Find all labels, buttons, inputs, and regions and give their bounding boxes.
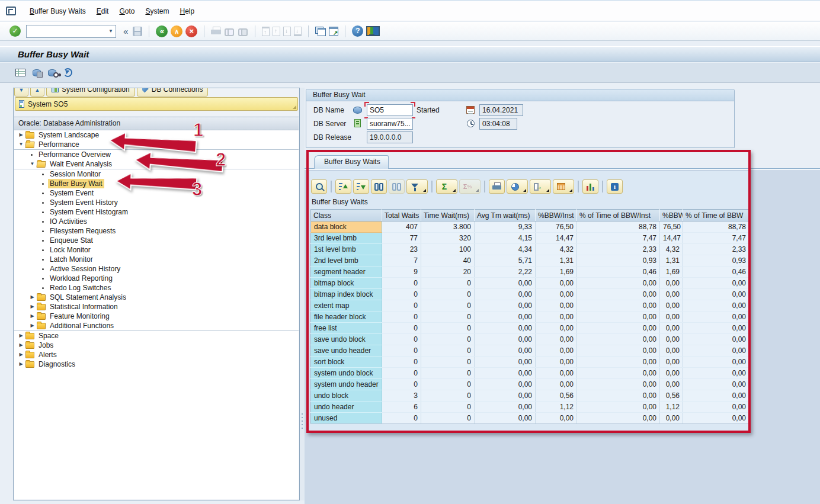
tree-item-enqueue-stat[interactable]: Enqueue Stat [14,236,299,245]
tree-item-alerts[interactable]: Alerts [14,350,299,359]
create-shortcut-button[interactable] [329,27,338,36]
class-cell[interactable]: system undo header [311,379,382,390]
expand-arrow-icon[interactable] [29,321,36,330]
dropdown-arrow-icon[interactable] [546,189,549,192]
expand-arrow-icon[interactable] [18,130,24,140]
value-cell[interactable]: 320 [421,233,475,244]
value-cell[interactable]: 4,15 [475,233,536,244]
expand-arrow-icon[interactable] [18,359,24,369]
value-cell[interactable]: 0,00 [683,357,749,368]
value-cell[interactable]: 0 [421,413,475,424]
value-cell[interactable]: 0,00 [536,379,577,390]
started-time-field[interactable]: 03:04:08 [479,118,517,130]
table-list-icon[interactable] [15,69,25,76]
first-page-button[interactable]: ↑ [262,27,270,36]
class-cell[interactable]: 3rd level bmb [311,233,382,244]
column-header-of-time-of-bbw[interactable]: % of Time of BBW [683,210,749,221]
db-release-field[interactable]: 19.0.0.0.0 [367,131,413,143]
value-cell[interactable]: 0,00 [475,334,536,345]
tree-item-lock-monitor[interactable]: Lock Monitor [14,245,299,255]
exit-button[interactable] [171,25,182,37]
value-cell[interactable]: 1,69 [536,267,577,278]
value-cell[interactable]: 0 [382,413,421,424]
value-cell[interactable]: 0 [382,278,421,289]
class-cell[interactable]: 1st level bmb [311,244,382,255]
tree-item-system-event-histogram[interactable]: System Event Histogram [14,207,299,217]
column-header-bbw-inst[interactable]: %BBW/Inst [536,210,577,221]
tree-item-filesystem-requests[interactable]: Filesystem Requests [14,226,299,236]
value-cell[interactable]: 0,46 [577,267,660,278]
value-cell[interactable]: 0,00 [683,334,749,345]
column-header-class[interactable]: Class [311,210,382,221]
value-cell[interactable]: 0,00 [660,278,683,289]
print-button[interactable] [489,179,505,194]
expand-arrow-icon[interactable] [18,350,24,359]
command-field[interactable] [27,26,106,37]
value-cell[interactable]: 0,00 [660,323,683,334]
dropdown-arrow-icon[interactable] [569,189,572,192]
value-cell[interactable]: 0,00 [683,300,749,312]
value-cell[interactable]: 0,00 [577,278,660,289]
tree-item-system-event-history[interactable]: System Event History [14,198,299,207]
value-cell[interactable]: 4,32 [536,244,577,255]
tree-item-buffer-busy-wait[interactable]: Buffer Busy Wait [14,179,299,188]
tree-item-io-activities[interactable]: IO Activities [14,217,299,226]
value-cell[interactable]: 0,00 [577,289,660,300]
value-cell[interactable]: 0,00 [660,312,683,323]
value-cell[interactable]: 0,00 [475,413,536,424]
menu-item-system[interactable]: System [140,5,174,17]
value-cell[interactable]: 0,00 [475,368,536,379]
value-cell[interactable]: 0 [421,390,475,402]
value-cell[interactable]: 88,78 [683,221,749,233]
value-cell[interactable]: 1,31 [660,255,683,267]
clock-icon[interactable] [467,120,475,127]
tree-item-statistical-information[interactable]: Statistical Information [14,302,299,312]
value-cell[interactable]: 0 [421,402,475,413]
value-cell[interactable]: 2,22 [475,267,536,278]
tab-buffer-busy-waits[interactable]: Buffer Busy Waits [314,155,389,169]
views-button[interactable] [507,179,528,194]
value-cell[interactable]: 0 [382,323,421,334]
value-cell[interactable]: 0 [421,323,475,334]
value-cell[interactable]: 0,00 [577,402,660,413]
back-button[interactable] [156,25,168,37]
value-cell[interactable]: 0,00 [660,368,683,379]
value-cell[interactable]: 0,00 [536,334,577,345]
class-cell[interactable]: bitmap index block [311,289,382,300]
menu-item-edit[interactable]: Edit [91,5,114,17]
value-cell[interactable]: 0,00 [475,402,536,413]
enter-button[interactable] [9,25,21,37]
value-cell[interactable]: 0,00 [683,390,749,402]
value-cell[interactable]: 0 [382,289,421,300]
calendar-icon[interactable] [466,106,475,114]
value-cell[interactable]: 2,33 [683,244,749,255]
value-cell[interactable]: 0,00 [660,379,683,390]
expand-arrow-icon[interactable] [18,331,24,341]
tree-item-jobs[interactable]: Jobs [14,341,299,350]
class-cell[interactable]: extent map [311,300,382,312]
value-cell[interactable]: 0,00 [475,357,536,368]
value-cell[interactable]: 4,32 [660,244,683,255]
expand-arrow-icon[interactable] [29,293,36,302]
tree-item-performance[interactable]: Performance [14,140,299,149]
info-button[interactable] [607,179,623,194]
value-cell[interactable]: 0,00 [536,289,577,300]
value-cell[interactable]: 0 [382,312,421,323]
export-button[interactable] [530,179,551,194]
value-cell[interactable]: 9 [382,267,421,278]
tree-item-feature-monitoring[interactable]: Feature Monitoring [14,312,299,321]
sort-ascending-button[interactable] [335,179,351,194]
value-cell[interactable]: 0,00 [577,323,660,334]
next-page-button[interactable]: ↓ [283,27,291,36]
class-cell[interactable]: segment header [311,267,382,278]
started-date-field[interactable]: 16.04.2021 [479,104,523,116]
find-icon[interactable] [224,27,235,36]
scroll-down-button[interactable] [14,88,28,97]
layout-button[interactable] [553,179,574,194]
value-cell[interactable]: 0 [382,334,421,345]
value-cell[interactable]: 0,00 [475,289,536,300]
value-cell[interactable]: 0,00 [475,379,536,390]
value-cell[interactable]: 0 [421,357,475,368]
details-button[interactable] [311,179,327,194]
dropdown-arrow-icon[interactable] [453,189,456,192]
